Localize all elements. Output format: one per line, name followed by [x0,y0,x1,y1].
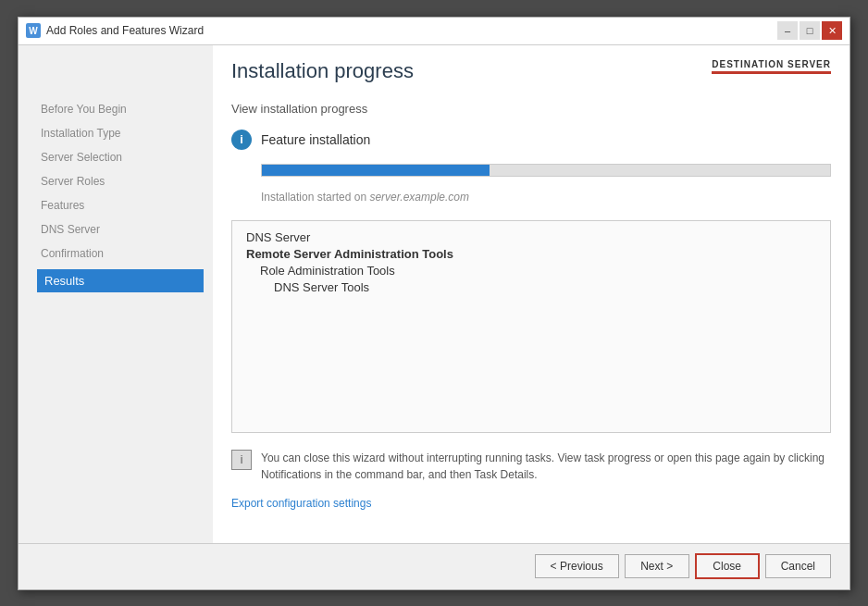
wizard-icon: W [26,23,41,38]
export-configuration-link[interactable]: Export configuration settings [231,497,831,510]
install-started: Installation started on server.example.c… [261,191,831,204]
title-bar-controls: – □ ✕ [777,21,842,40]
info-icon: i [231,130,252,150]
title-bar-left: W Add Roles and Features Wizard [26,23,204,38]
feature-item-rsat: Remote Server Administration Tools [246,247,816,261]
window-title: Add Roles and Features Wizard [46,24,204,37]
sidebar-item-server-roles[interactable]: Server Roles [37,173,213,190]
sidebar-item-before-you-begin[interactable]: Before You Begin [37,101,213,117]
restore-button[interactable]: □ [800,21,820,40]
previous-button[interactable]: < Previous [535,554,619,578]
minimize-button[interactable]: – [777,21,798,40]
destination-server-label: DESTINATION SERVER [712,59,831,69]
sidebar-item-confirmation[interactable]: Confirmation [37,245,213,262]
notification-row: i You can close this wizard without inte… [231,442,831,488]
sidebar-item-features[interactable]: Features [37,197,213,214]
main-content: Installation progress DESTINATION SERVER… [213,45,849,543]
feature-item-dns: DNS Server [246,230,816,244]
footer: < Previous Next > Close Cancel [19,543,849,589]
progress-bar-container [261,164,831,177]
next-button[interactable]: Next > [625,554,689,578]
window-close-button[interactable]: ✕ [822,21,842,40]
feature-item-dns-tools: DNS Server Tools [246,280,816,294]
sidebar-item-installation-type[interactable]: Installation Type [37,125,213,142]
main-body: View installation progress i Feature ins… [213,93,849,543]
destination-server: DESTINATION SERVER [712,59,831,74]
install-server-name: server.example.com [369,191,469,204]
features-box: DNS Server Remote Server Administration … [231,220,831,433]
destination-underline [712,71,831,74]
feature-item-role-admin: Role Administration Tools [246,264,816,278]
sidebar-item-server-selection[interactable]: Server Selection [37,149,213,166]
wizard-window: W Add Roles and Features Wizard – □ ✕ Be… [18,17,850,590]
main-header: Installation progress DESTINATION SERVER [213,45,849,93]
cancel-button[interactable]: Cancel [765,554,831,578]
page-title: Installation progress [231,59,414,83]
feature-install-label: Feature installation [261,132,370,147]
close-button[interactable]: Close [695,553,760,579]
title-bar: W Add Roles and Features Wizard – □ ✕ [19,18,849,45]
notification-icon: i [231,450,252,470]
content-area: Before You Begin Installation Type Serve… [19,45,849,543]
feature-install-row: i Feature installation [231,130,831,150]
sidebar: Before You Begin Installation Type Serve… [19,45,213,543]
sidebar-item-results[interactable]: Results [37,269,204,292]
notification-text: You can close this wizard without interr… [261,450,831,483]
progress-bar-fill [262,165,490,176]
install-started-prefix: Installation started on [261,191,366,204]
view-progress-label: View installation progress [231,102,831,116]
sidebar-item-dns-server[interactable]: DNS Server [37,221,213,238]
